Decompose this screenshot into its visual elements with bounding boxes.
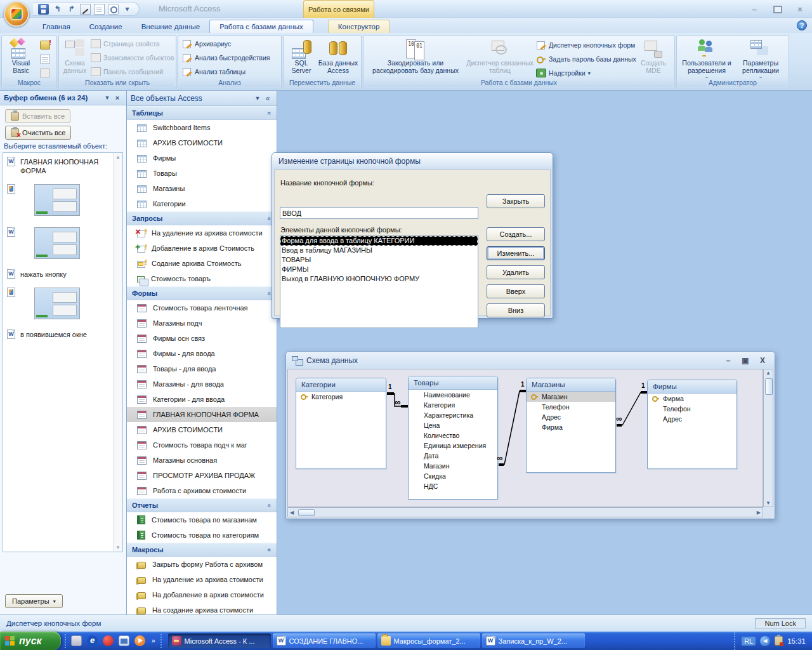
nav-item[interactable]: Товары	[127, 166, 277, 181]
run-macro-icon[interactable]	[40, 41, 50, 50]
maximize-icon[interactable]: ▣	[739, 356, 752, 365]
clipboard-item[interactable]	[3, 282, 112, 326]
scroll-up-icon[interactable]: ▲	[115, 154, 121, 160]
nav-item[interactable]: АРХИВ СТОИМОСТИ	[127, 422, 277, 437]
nav-item[interactable]: Закрыть форму Работа с архивом	[127, 557, 277, 572]
nav-item[interactable]: Стоимость товаръ	[127, 271, 277, 286]
table-field[interactable]: Магазин	[409, 461, 497, 471]
table-field[interactable]: Наименование	[409, 390, 497, 400]
clipboard-item[interactable]	[3, 179, 112, 222]
internet-explorer-icon[interactable]: e	[87, 635, 98, 646]
table-field[interactable]: Количество	[409, 430, 497, 441]
users-permissions-button[interactable]: Пользователи и разрешения ▾	[681, 37, 733, 82]
mail-icon[interactable]	[119, 635, 129, 646]
nav-section-tables[interactable]: Таблицы«	[127, 106, 277, 120]
scroll-down-icon[interactable]: ▼	[766, 500, 771, 506]
nav-item[interactable]: Категории	[127, 196, 277, 211]
save-icon[interactable]	[38, 4, 49, 15]
switchboard-manager-button[interactable]: Диспетчер кнопочных форм	[536, 39, 635, 51]
switchboard-item[interactable]: Ввод в таблицу МАГАЗИНЫ	[280, 246, 478, 255]
ribbon-item[interactable]: Архивариус	[182, 38, 270, 50]
dialog-button[interactable]: Вниз	[487, 303, 545, 317]
ribbon-tab[interactable]: Главная	[33, 20, 80, 33]
nav-item[interactable]: Фирмы - для ввода	[127, 346, 277, 361]
taskbar-task[interactable]: Microsoft Access - К ...	[168, 633, 271, 648]
access-database-button[interactable]: База данных Access	[318, 37, 358, 74]
nav-item[interactable]: Магазины	[127, 181, 277, 196]
nav-item[interactable]: На создание архива стоимости	[127, 602, 277, 614]
nav-item[interactable]: Фирмы осн связ	[127, 331, 277, 346]
table-field[interactable]: Единица измерения	[409, 441, 497, 451]
scroll-right-icon[interactable]: ▶	[757, 510, 761, 515]
clipboard-item[interactable]	[3, 222, 112, 265]
nav-item[interactable]: Стоимость товара подч к маг	[127, 437, 277, 453]
table-field[interactable]: Категория	[296, 392, 386, 402]
table-field[interactable]: Характеристика	[409, 410, 497, 420]
close-icon[interactable]: X	[756, 356, 769, 365]
nav-section-queries[interactable]: Запросы«	[127, 211, 277, 225]
dialog-button[interactable]: Закрыть	[487, 194, 545, 208]
undo-icon[interactable]: ↰	[52, 4, 63, 15]
nav-item[interactable]: Стоимость товара по категориям	[127, 527, 277, 543]
chevron-down-icon[interactable]: ▼	[102, 93, 112, 103]
ribbon-tab[interactable]: Внешние данные	[132, 20, 209, 33]
table-goods[interactable]: Товары Наименование Категория Характерис…	[408, 376, 498, 500]
dialog-button[interactable]: Удалить	[487, 265, 545, 279]
nav-section-forms[interactable]: Формы«	[127, 286, 277, 300]
nav-item[interactable]: Категории - для ввода	[127, 392, 277, 407]
start-button[interactable]: пуск	[0, 632, 61, 650]
set-database-password-button[interactable]: Задать пароль базы данных	[536, 53, 636, 65]
dialog-button[interactable]: Создать...	[487, 227, 545, 241]
ribbon-item[interactable]: Анализ быстродействия	[182, 52, 270, 63]
nav-item[interactable]: Стоимость товара ленточная	[127, 300, 277, 315]
nav-item[interactable]: Содание архива Стоимость	[127, 256, 277, 271]
restore-icon[interactable]	[770, 4, 784, 14]
nav-item[interactable]: АРХИВ СТОИМОСТИ	[127, 135, 277, 150]
clipboard-item[interactable]: нажать кнопку	[3, 265, 112, 282]
clear-all-button[interactable]: Очистить все	[5, 126, 71, 140]
customize-quick-access-icon[interactable]: ▾	[122, 4, 133, 15]
dialog-button[interactable]: Изменить...	[487, 246, 545, 260]
redo-icon[interactable]: ↱	[66, 4, 77, 15]
app-icon[interactable]	[103, 635, 114, 646]
nav-item[interactable]: Добавление в архив Стоимость	[127, 241, 277, 256]
new-object-icon[interactable]	[94, 4, 105, 15]
table-header[interactable]: Товары	[409, 376, 497, 390]
hide-icons-chevron-icon[interactable]: ◀	[760, 636, 770, 646]
nav-item[interactable]: На удаление из архива стоимости	[127, 225, 277, 241]
nav-item[interactable]: ГЛАВНАЯ КНОПОЧНАЯ ФОРМА	[127, 407, 277, 422]
ribbon-tab[interactable]: Конструктор	[328, 20, 390, 33]
nav-item[interactable]: Товары - для ввода	[127, 361, 277, 376]
language-indicator[interactable]: RL	[742, 637, 756, 646]
scroll-down-icon[interactable]: ▼	[115, 545, 121, 550]
clipboard-options-button[interactable]: Параметры ▾	[5, 594, 63, 608]
collapse-pane-icon[interactable]: «	[263, 93, 273, 103]
table-field[interactable]: Скидка	[409, 471, 497, 481]
nav-item[interactable]: Switchboard Items	[127, 120, 277, 135]
ribbon-item[interactable]: Анализ таблицы	[182, 66, 270, 77]
switchboard-item[interactable]: ТОВАРЫ	[280, 255, 478, 265]
clipboard-scrollbar[interactable]: ▲ ▼	[113, 153, 122, 552]
taskbar-task[interactable]: Макросы_формат_2...	[377, 633, 480, 648]
nav-item[interactable]: На добавление в архив стоимости	[127, 587, 277, 602]
minimize-icon[interactable]: –	[722, 356, 735, 365]
dialog-button[interactable]: Вверх	[487, 284, 545, 298]
replication-options-button[interactable]: Параметры репликации ▾	[735, 37, 786, 82]
sql-server-button[interactable]: SQL Server	[286, 37, 317, 74]
visual-basic-button[interactable]: Visual Basic	[4, 37, 37, 74]
table-header[interactable]: Магазины	[527, 378, 615, 392]
table-field[interactable]: Телефон	[648, 404, 737, 414]
nav-item[interactable]: Работа с архивом стоимости	[127, 483, 277, 498]
media-player-icon[interactable]	[134, 635, 145, 646]
horizontal-scrollbar[interactable]: ◀ ▶	[287, 507, 763, 517]
nav-item[interactable]: Магазины основная	[127, 453, 277, 468]
clipboard-item[interactable]: в появившемся окне	[3, 326, 112, 343]
encode-database-button[interactable]: Закодировать или раскодировать базу данн…	[367, 37, 464, 74]
minimize-icon[interactable]: –	[747, 4, 761, 14]
ribbon-tab[interactable]: Работа с базами данных	[209, 20, 313, 33]
office-button[interactable]	[4, 1, 29, 27]
table-field[interactable]: Телефон	[527, 402, 615, 412]
chevron-down-icon[interactable]: ▼	[252, 93, 263, 103]
close-icon[interactable]: ×	[112, 93, 122, 103]
help-icon[interactable]: ?	[797, 20, 807, 30]
